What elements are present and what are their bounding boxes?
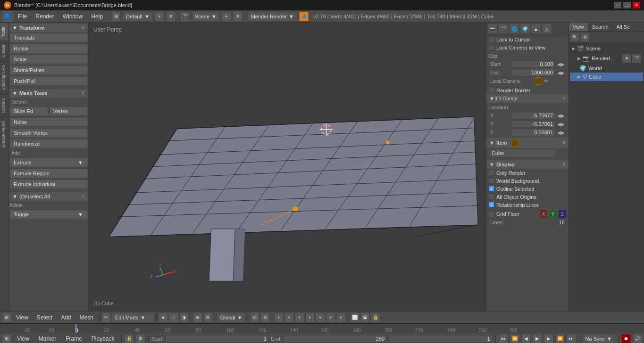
grid-x-btn[interactable]: X (539, 210, 548, 218)
snap-options-icon[interactable]: ⚙ (203, 313, 213, 322)
menu-help[interactable]: Help (87, 12, 107, 21)
proportional-options-icon[interactable]: ⊚ (260, 313, 270, 322)
solid-shading-icon[interactable]: ● (159, 313, 168, 322)
slide-edge-btn[interactable]: Slide Ed (9, 106, 48, 116)
extrude-individual-btn[interactable]: Extrude Individual (9, 180, 87, 189)
all-object-origins-checkbox[interactable] (488, 194, 494, 200)
blender-menu-icon[interactable]: 🔵 (2, 11, 13, 22)
jump-end-btn[interactable]: ⏭ (567, 334, 576, 343)
layout-dropdown[interactable]: Default ▼ (123, 12, 153, 21)
pivot-dropdown[interactable]: Global ▼ (217, 313, 246, 322)
props-tab-scene[interactable]: 🌐 (509, 24, 519, 34)
layer-icon-7[interactable]: ▪ (336, 313, 346, 322)
close-button[interactable]: ✕ (633, 2, 640, 8)
deselect-all-header[interactable]: ▼ (De)select All ⠿ (9, 192, 87, 201)
layer-icon-4[interactable]: ▪ (305, 313, 315, 322)
mode-dropdown[interactable]: Edit Mode ▼ (112, 313, 154, 322)
filter-icon[interactable]: 🔍 (570, 33, 579, 42)
mode-icon[interactable]: ✏ (101, 313, 111, 322)
display-section-header[interactable]: ▼ Display ⠿ (486, 160, 569, 169)
tree-item-cube[interactable]: ▶ ▽ Cube (570, 73, 643, 81)
scale-btn[interactable]: Scale (9, 55, 87, 64)
push-pull-btn[interactable]: Push/Pull (9, 76, 87, 86)
menu-file[interactable]: File (14, 12, 31, 21)
timeline-playback-menu[interactable]: Playback (88, 335, 118, 343)
props-tab-render[interactable]: 🎬 (498, 24, 509, 34)
mesh-tools-header[interactable]: ▼ Mesh Tools ⠿ (9, 89, 87, 98)
extrude-region-btn[interactable]: Extrude Region (9, 169, 87, 178)
toggle-dropdown-btn[interactable]: Toggle ▼ (9, 210, 87, 219)
play-btn[interactable]: ▶ (533, 334, 542, 343)
proportional-edit-icon[interactable]: ⊙ (250, 313, 259, 322)
scene-dropdown[interactable]: Scene ▼ (192, 12, 220, 21)
jump-start-btn[interactable]: ⏮ (499, 334, 508, 343)
tree-item-world[interactable]: 🌍 World (570, 64, 643, 73)
lock-camera-checkbox[interactable] (488, 44, 494, 50)
item-name-field[interactable] (488, 149, 555, 157)
timeline-view-menu[interactable]: View (13, 335, 33, 343)
side-tab-tools[interactable]: Tools (0, 23, 8, 41)
scene-add[interactable]: + (222, 12, 231, 21)
sync-dropdown[interactable]: No Sync ▼ (582, 334, 615, 343)
scene-tab-search[interactable]: Search (588, 23, 613, 31)
grid-z-btn[interactable]: Z (558, 210, 567, 218)
snap-icon[interactable]: ⊕ (193, 313, 202, 322)
side-tab-options[interactable]: Options (0, 94, 8, 117)
prev-keyframe-btn[interactable]: ◀ (521, 334, 531, 343)
props-tab-camera[interactable]: 📷 (487, 24, 498, 34)
scene-tab-view[interactable]: View (569, 23, 588, 31)
side-tab-grease[interactable]: Grease Pencil (0, 117, 8, 152)
only-render-checkbox[interactable] (488, 170, 494, 176)
smooth-vertex-btn[interactable]: Smooth Vertex (9, 128, 87, 138)
scene-remove[interactable]: ✕ (233, 12, 243, 21)
menu-window[interactable]: Window (59, 12, 87, 21)
props-tab-world[interactable]: 🌍 (520, 24, 530, 34)
layer-icon-1[interactable]: ▪ (274, 313, 284, 322)
timeline-lock-icon[interactable]: 🔒 (125, 334, 134, 343)
layer-icon-2[interactable]: ▪ (284, 313, 294, 322)
randomize-btn[interactable]: Randomize (9, 139, 87, 148)
maximize-button[interactable]: □ (623, 2, 631, 8)
layout-icon[interactable]: ⊞ (111, 12, 121, 21)
prev-frame-btn[interactable]: ⏪ (510, 334, 519, 343)
relationship-lines-checkbox[interactable]: ✓ (488, 202, 494, 208)
grid-y-btn[interactable]: Y (549, 210, 557, 218)
transform-panel-header[interactable]: ▼ Transform ⠿ (9, 24, 87, 32)
texture-shading-icon[interactable]: ◑ (179, 313, 189, 322)
camera-view-icon[interactable]: 📽 (360, 313, 370, 322)
layer-icon-3[interactable]: ▪ (295, 313, 304, 322)
layout-add-icon[interactable]: + (155, 12, 164, 21)
world-background-checkbox[interactable] (488, 178, 494, 184)
record-btn[interactable]: ⏺ (621, 334, 631, 343)
scene-tab-all[interactable]: All Sc (613, 23, 634, 31)
current-frame[interactable]: 1 (389, 335, 492, 343)
rotate-btn[interactable]: Rotate (9, 44, 87, 53)
add-menu[interactable]: Add (57, 313, 75, 322)
render-region-icon[interactable]: ⬜ (350, 313, 360, 322)
props-tab-mesh[interactable]: △ (542, 24, 552, 34)
cursor-y-value[interactable]: -5.37061 (511, 120, 555, 128)
lock-to-cursor-checkbox[interactable] (488, 36, 494, 42)
start-frame[interactable]: 1 (166, 335, 269, 343)
timeline-options-icon[interactable]: ⚙ (136, 334, 145, 343)
render-border-checkbox[interactable] (488, 87, 494, 93)
side-tab-relations[interactable]: Shading/UVs (0, 61, 8, 94)
next-keyframe-btn[interactable]: ▶ (544, 334, 553, 343)
props-tab-object[interactable]: ▲ (531, 24, 541, 34)
item-section-header[interactable]: ▼ Item ⠿ (486, 138, 569, 148)
select-menu[interactable]: Select (33, 313, 56, 322)
minimize-button[interactable]: ─ (614, 2, 621, 8)
translate-btn[interactable]: Translate (9, 33, 87, 42)
menu-render[interactable]: Render (32, 12, 58, 21)
next-frame-btn[interactable]: ⏩ (555, 334, 565, 343)
grid-floor-checkbox[interactable] (488, 211, 494, 217)
wire-shading-icon[interactable]: ○ (169, 313, 178, 322)
timeline-type-icon[interactable]: ⊞ (2, 334, 11, 343)
noise-btn[interactable]: Noise (9, 117, 87, 127)
audio-icon[interactable]: 🔊 (633, 334, 642, 343)
viewport[interactable]: User Persp (89, 23, 486, 311)
clip-end-value[interactable]: 1000.000 (511, 69, 555, 76)
lock-view-icon[interactable]: 🔒 (371, 313, 380, 322)
tree-item-scene[interactable]: ▶ 🎬 Scene (570, 44, 643, 53)
timeline-marker-menu[interactable]: Marker (35, 335, 60, 343)
